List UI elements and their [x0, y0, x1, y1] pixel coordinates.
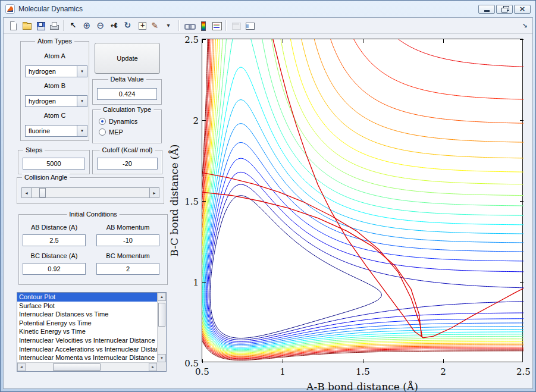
- atom-b-label: Atom B: [20, 82, 89, 89]
- contour-plot-canvas[interactable]: [202, 39, 524, 363]
- steps-group-title: Steps: [23, 146, 45, 153]
- brush-menu-button[interactable]: [162, 19, 176, 33]
- insert-colorbar-button[interactable]: [196, 19, 209, 33]
- figure-content: Atom Types Atom A hydrogen ▼ Atom B hydr…: [4, 35, 532, 388]
- scrollbar-corner: [157, 362, 166, 371]
- edit-plot-button[interactable]: [67, 19, 80, 33]
- link-plot-icon: [184, 21, 194, 30]
- titlebar: Molecular Dynamics ×: [1, 1, 535, 17]
- slider-thumb[interactable]: [39, 188, 46, 197]
- close-button[interactable]: ×: [514, 5, 531, 14]
- dock-arrow-icon: ↘: [522, 22, 527, 30]
- window-title: Molecular Dynamics: [18, 5, 83, 13]
- horizontal-scrollbar[interactable]: ◄ ►: [17, 362, 157, 371]
- list-item[interactable]: Internuclear Distances vs Time: [17, 310, 157, 319]
- zoom-out-icon: [96, 21, 106, 30]
- scroll-left-icon[interactable]: ◄: [17, 363, 26, 371]
- calculation-type-group-title: Calculation Type: [101, 106, 153, 113]
- y-tick-label: 0.5: [176, 358, 199, 369]
- list-item[interactable]: Internuclear Accelerations vs Internucle…: [17, 345, 157, 354]
- bc-distance-label: BC Distance (A): [23, 252, 86, 259]
- data-cursor-icon: [137, 21, 147, 30]
- vertical-scrollbar-thumb[interactable]: [158, 303, 165, 327]
- collision-angle-slider[interactable]: ◄ ►: [21, 187, 159, 198]
- show-plot-tools-icon: [245, 21, 255, 30]
- zoom-in-button[interactable]: [80, 19, 94, 33]
- rotate-3d-icon: [124, 21, 133, 30]
- y-tick-label: 1: [176, 277, 199, 288]
- ab-momentum-field[interactable]: [96, 234, 159, 246]
- atom-types-group-title: Atom Types: [35, 37, 74, 45]
- collision-angle-group-title: Collision Angle: [22, 174, 70, 181]
- steps-field[interactable]: [23, 158, 85, 170]
- bc-distance-field[interactable]: [23, 263, 86, 275]
- bc-momentum-field[interactable]: [96, 263, 159, 275]
- list-item[interactable]: Internuclear Velocities vs Internuclear …: [17, 336, 157, 345]
- save-figure-button[interactable]: [33, 19, 47, 33]
- hide-plot-tools-button[interactable]: [229, 19, 243, 33]
- print-figure-button[interactable]: [47, 19, 61, 33]
- x-tick-label: 2: [431, 366, 455, 377]
- listbox-items: Contour PlotSurface PlotInternuclear Dis…: [17, 293, 157, 362]
- atom-b-dropdown[interactable]: hydrogen ▼: [25, 95, 87, 107]
- hide-plot-tools-icon: [231, 21, 241, 30]
- brush-icon: [151, 21, 161, 30]
- update-button[interactable]: Update: [95, 43, 160, 74]
- link-plot-button[interactable]: [182, 19, 196, 33]
- atom-a-label: Atom A: [20, 52, 89, 59]
- ab-distance-label: AB Distance (A): [23, 224, 86, 231]
- scroll-down-icon[interactable]: ▼: [158, 354, 166, 362]
- insert-legend-icon: [212, 21, 221, 30]
- list-item[interactable]: Potential Energy vs Time: [17, 319, 157, 328]
- list-item[interactable]: Internuclear Momenta vs Internuclear Dis…: [17, 353, 157, 362]
- cutoff-field[interactable]: [97, 158, 158, 170]
- chevron-down-icon: ▼: [77, 66, 87, 77]
- data-cursor-button[interactable]: [135, 19, 149, 33]
- horizontal-scrollbar-thumb[interactable]: [53, 363, 101, 371]
- radio-mep-label: MEP: [109, 128, 123, 136]
- toolbar-separator: [178, 20, 180, 31]
- rotate-3d-button[interactable]: [121, 19, 135, 33]
- slider-right-arrow[interactable]: ►: [149, 188, 159, 197]
- restore-button[interactable]: [496, 5, 513, 14]
- radio-button-icon: [99, 118, 106, 125]
- plot-type-listbox[interactable]: Contour PlotSurface PlotInternuclear Dis…: [17, 292, 167, 372]
- atom-b-value: hydrogen: [26, 98, 77, 105]
- x-tick-label: 2.5: [512, 366, 535, 377]
- print-figure-icon: [49, 21, 59, 30]
- zoom-in-icon: [83, 21, 92, 30]
- atom-c-dropdown[interactable]: fluorine ▼: [25, 125, 87, 137]
- zoom-out-button[interactable]: [94, 19, 108, 33]
- new-figure-button[interactable]: [6, 19, 20, 33]
- list-item[interactable]: Kinetic Energy vs Time: [17, 327, 157, 336]
- list-item[interactable]: Contour Plot: [17, 293, 157, 302]
- open-file-button[interactable]: [20, 19, 33, 33]
- scroll-up-icon[interactable]: ▲: [158, 293, 166, 301]
- list-item[interactable]: Surface Plot: [17, 302, 157, 311]
- save-figure-icon: [36, 21, 45, 30]
- radio-mep[interactable]: MEP: [99, 128, 123, 136]
- cutoff-group-title: Cutoff (Kcal/ mol): [100, 146, 155, 153]
- edit-plot-icon: [69, 21, 79, 30]
- atom-a-value: hydrogen: [26, 68, 77, 75]
- atom-a-dropdown[interactable]: hydrogen ▼: [25, 65, 87, 77]
- delta-value-field[interactable]: [97, 88, 157, 100]
- minimize-button[interactable]: [478, 5, 495, 14]
- atom-c-value: fluorine: [26, 127, 77, 134]
- bc-momentum-label: BC Momentum: [96, 252, 159, 259]
- chevron-down-icon: ▼: [77, 96, 87, 106]
- show-plot-tools-button[interactable]: [243, 19, 256, 33]
- pan-button[interactable]: [108, 19, 121, 33]
- vertical-scrollbar[interactable]: ▲ ▼: [157, 293, 166, 362]
- insert-legend-button[interactable]: [209, 19, 223, 33]
- restore-icon: [501, 6, 508, 12]
- radio-dynamics[interactable]: Dynamics: [99, 118, 137, 125]
- ab-distance-field[interactable]: [23, 234, 86, 246]
- close-icon: ×: [519, 6, 526, 12]
- radio-button-icon: [99, 128, 106, 136]
- ab-momentum-label: AB Momentum: [96, 224, 159, 231]
- slider-left-arrow[interactable]: ◄: [22, 188, 32, 197]
- dock-figure-button[interactable]: ↘: [519, 20, 530, 31]
- brush-button[interactable]: [149, 19, 162, 33]
- scroll-right-icon[interactable]: ►: [149, 363, 157, 371]
